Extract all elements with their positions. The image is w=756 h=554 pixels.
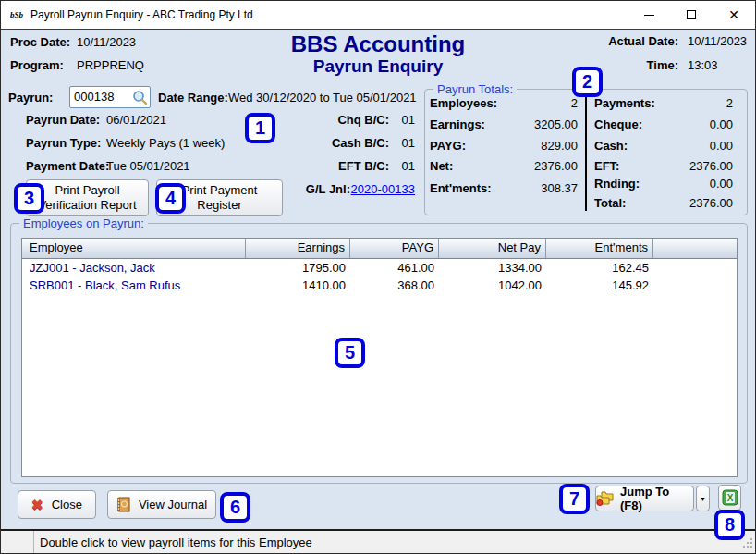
excel-icon: X [722,489,738,506]
close-button-label: Close [52,498,82,511]
jump-to-button[interactable]: Jump To (F8) [595,486,694,511]
print-verification-line2: Verification Report [38,198,136,213]
totals-label: PAYG: [430,139,466,153]
totals-value: 0.00 [611,139,733,153]
gl-jnl-link[interactable]: 2020-00133 [334,182,415,196]
column-header-employee[interactable]: Employee [22,239,246,258]
table-row[interactable]: JZJ001 - Jackson, Jack 1795.00 461.00 13… [22,259,737,277]
annotation-marker-4: 4 [155,183,186,214]
payg-cell: 461.00 [350,259,439,277]
totals-value: 0.00 [611,117,733,131]
totals-value: 2376.00 [480,159,578,173]
netpay-cell: 1334.00 [439,259,546,277]
totals-value: 829.00 [480,139,578,153]
status-bar: Double click to view payroll items for t… [1,529,755,554]
payrun-enquiry-window: bSb Payroll Payrun Enquiry - ABC Trading… [0,0,756,554]
jump-to-dropdown-button[interactable]: ▼ [696,486,710,511]
payrun-date-value: 06/01/2021 [106,113,166,127]
annotation-marker-3: 3 [14,183,44,214]
table-header: Employee Earnings PAYG Net Pay Ent'ments [22,239,737,259]
date-range-label: Date Range: [158,91,228,105]
annotation-marker-7: 7 [559,484,590,514]
actual-date-label: Actual Date: [586,34,678,48]
totals-value: 2 [611,96,733,110]
totals-value: 0.00 [611,177,733,191]
window-title: Payroll Payrun Enquiry - ABC Trading Pty… [30,8,253,21]
employee-name-cell: JZJ001 - Jackson, Jack [22,259,246,277]
totals-value: 3205.00 [480,117,578,131]
app-icon: bSb [8,7,25,22]
column-header-netpay[interactable]: Net Pay [439,239,546,258]
payment-date-label: Payment Date: [26,159,109,173]
annotation-marker-6: 6 [220,492,250,523]
totals-value: 308.37 [480,181,578,195]
employees-legend: Employees on Payrun: [19,216,148,230]
empty-cell [653,259,737,277]
table-row[interactable]: SRB001 - Black, Sam Rufus 1410.00 368.00… [22,277,737,294]
payrun-lookup-field [69,86,151,108]
netpay-cell: 1042.00 [439,277,546,294]
employees-table: Employee Earnings PAYG Net Pay Ent'ments… [21,238,738,477]
column-header-earnings[interactable]: Earnings [246,239,350,258]
print-verification-line1: Print Payroll [55,183,119,198]
payg-cell: 368.00 [350,277,439,294]
close-x-icon: ✖ [31,497,43,513]
payrun-totals-legend: Payrun Totals: [433,82,517,96]
date-range-value: Wed 30/12/2020 to Tue 05/01/2021 [228,91,417,105]
close-button[interactable]: ✖ Close [18,490,96,519]
annotation-marker-8: 8 [714,510,745,540]
journal-icon [116,497,130,512]
payrun-type-label: Payrun Type: [26,136,101,150]
time-value: 13:03 [688,58,718,72]
export-excel-button[interactable]: X [718,485,741,511]
view-journal-button[interactable]: View Journal [107,490,216,519]
window-controls: ✕ [628,1,755,29]
maximize-icon [687,10,696,19]
totals-value: 2376.00 [611,159,733,173]
column-header-payg[interactable]: PAYG [350,239,439,258]
minimize-icon [644,15,654,16]
chq-bc-value: 01 [334,113,415,127]
payrun-type-value: Weekly Pays (1 week) [106,136,225,150]
employee-name-cell: SRB001 - Black, Sam Rufus [22,277,246,294]
minimize-button[interactable] [628,1,670,29]
annotation-marker-2: 2 [572,67,603,97]
payrun-label: Payrun: [8,91,53,105]
annotation-marker-1: 1 [245,113,275,143]
payment-date-value: Tue 05/01/2021 [106,159,190,173]
entments-cell: 145.92 [546,277,653,294]
close-window-button[interactable]: ✕ [713,1,755,29]
empty-cell [653,277,737,294]
maximize-button[interactable] [670,1,713,29]
column-header-entments[interactable]: Ent'ments [546,239,653,258]
jump-to-folders-icon [596,491,614,506]
totals-divider [585,96,587,211]
payrun-date-label: Payrun Date: [26,113,100,127]
column-header-empty [653,239,737,258]
earnings-cell: 1410.00 [246,277,350,294]
print-register-line1: Print Payment [182,183,258,198]
totals-value: 2 [480,96,578,110]
close-icon: ✕ [728,8,739,21]
earnings-cell: 1795.00 [246,259,350,277]
chevron-down-icon: ▼ [700,496,706,502]
search-icon[interactable] [132,90,148,108]
actual-date-value: 10/11/2023 [688,34,747,48]
print-register-line2: Register [197,198,241,213]
view-journal-label: View Journal [139,498,207,511]
totals-label: Earnings: [430,117,485,131]
totals-value: 2376.00 [611,196,733,210]
resize-grip[interactable] [741,536,753,551]
jump-to-label: Jump To (F8) [620,485,693,512]
cash-bc-value: 01 [334,136,415,150]
entments-cell: 162.45 [546,259,653,277]
payrun-input[interactable] [74,89,126,105]
totals-label: Net: [430,159,453,173]
annotation-marker-5: 5 [335,338,365,368]
eft-bc-value: 01 [334,159,415,173]
svg-text:X: X [726,493,733,503]
status-message: Double click to view payroll items for t… [34,536,312,549]
status-bar-left-pane [1,531,34,554]
